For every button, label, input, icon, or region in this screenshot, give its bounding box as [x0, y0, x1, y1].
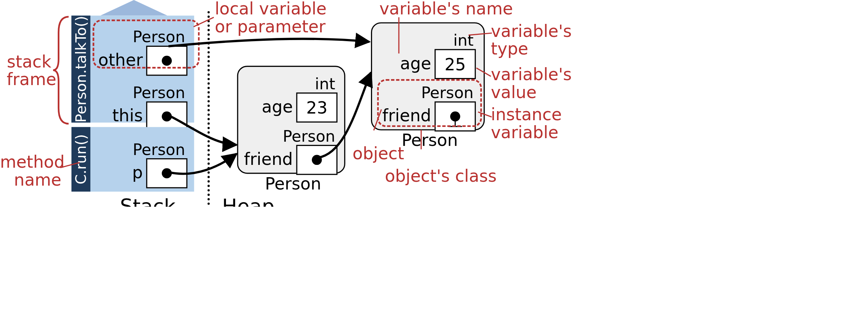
stack-heap-divider-icon	[208, 11, 210, 207]
heap-object-1: int age 23 Person friend	[237, 66, 345, 174]
annot-object-class: object's class	[385, 167, 497, 185]
highlight-local-var	[93, 19, 200, 68]
heap-section-label: Heap	[222, 195, 275, 207]
var-name: age	[262, 97, 293, 116]
var-type: Person	[133, 140, 185, 159]
var-type: int	[315, 75, 335, 93]
var-value-box	[296, 145, 338, 175]
field-age: int age 23	[238, 92, 338, 120]
annot-object: object	[353, 145, 404, 162]
annot-var-name: variable's name	[379, 0, 513, 18]
annot-stack-frame: stack frame	[7, 53, 51, 88]
heap-class-label: Person	[402, 130, 458, 150]
stack-growth-arrow-icon	[100, 0, 167, 15]
var-p: Person p	[71, 158, 188, 186]
field-age: int age 25	[372, 49, 476, 77]
diagram-canvas: Person.talkTo() Person other Person this…	[0, 0, 868, 207]
heap-class-label: Person	[265, 174, 321, 193]
stack-section-label: Stack	[120, 195, 176, 207]
var-value: 23	[306, 98, 328, 117]
var-type: Person	[133, 84, 185, 102]
stack-frame-crun: C.run() Person p	[71, 127, 194, 192]
annot-line	[398, 17, 400, 53]
var-name: this	[112, 106, 143, 125]
highlight-instance-var	[377, 79, 482, 127]
annot-line	[421, 130, 422, 149]
var-type: Person	[283, 127, 335, 145]
var-name: p	[132, 163, 143, 182]
pointer-dot-icon	[162, 168, 172, 179]
field-friend: Person friend	[238, 145, 338, 173]
var-value-box: 25	[435, 49, 476, 79]
var-this: Person this	[71, 101, 188, 129]
var-value-box	[146, 158, 187, 188]
pointer-dot-icon	[162, 111, 172, 122]
annot-local-var: local variable or parameter	[215, 0, 327, 35]
var-name: friend	[244, 149, 293, 169]
pointer-dot-icon	[312, 155, 322, 165]
annot-instance-var: instance variable	[491, 106, 562, 141]
var-name: age	[400, 53, 431, 73]
var-type: int	[453, 31, 474, 50]
annot-method-name: method name	[0, 153, 61, 188]
var-value: 25	[445, 54, 466, 74]
var-value-box: 23	[296, 92, 338, 123]
annot-var-value: variable's value	[491, 66, 572, 101]
annot-var-type: variable's type	[491, 22, 572, 57]
